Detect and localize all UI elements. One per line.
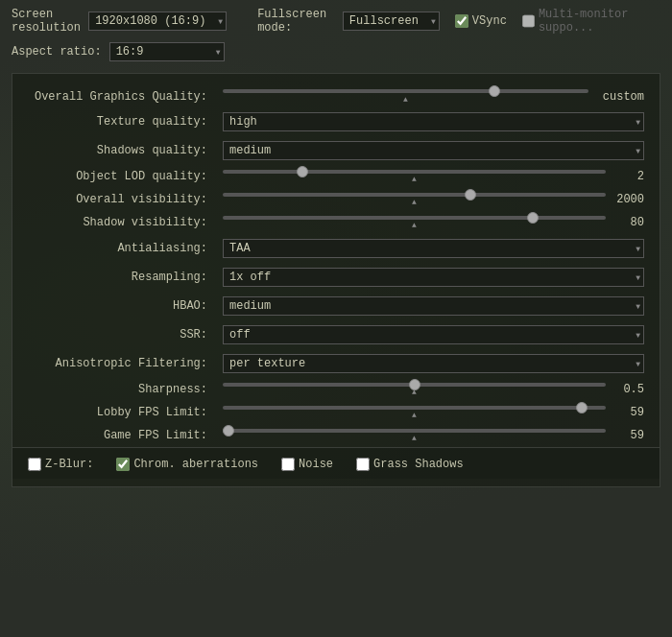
setting-row: Sharpness:▲0.5 [12,378,660,401]
setting-control-4: ▲80 [223,216,644,229]
setting-row: Object LOD quality:▲2 [12,165,660,188]
setting-label-9: Anisotropic Filtering: [28,357,215,370]
fullscreen-group: Fullscreen mode: Fullscreen Windowed Bor… [257,8,440,35]
setting-control-0: lowmediumhighultra [223,112,644,131]
top-row: Screen resolution 1920x1080 (16:9) 2560x… [12,8,660,35]
multi-monitor-checkbox[interactable] [522,14,535,28]
bottom-checkbox-label-1[interactable]: Chrom. aberrations [133,458,258,471]
slider-arrow-11: ▲ [223,412,606,419]
slider-value-3: 2000 [606,193,644,206]
slider-value-2: 2 [606,170,644,183]
setting-label-3: Overall visibility: [28,193,215,206]
slider-arrow-3: ▲ [223,199,606,206]
setting-row: SSR:offlowmediumhigh [12,320,660,349]
vsync-checkbox[interactable] [455,14,468,28]
bottom-checkbox-group-2[interactable]: Noise [281,458,333,471]
aspect-ratio-label: Aspect ratio: [12,45,102,59]
select-wrapper-5[interactable]: offFXAATAADLSS [223,239,644,258]
bottom-checkbox-2[interactable] [281,458,295,471]
overall-quality-row: Overall Graphics Quality: ▲ custom [28,89,644,104]
slider-arrow-4: ▲ [223,222,606,229]
select-wrapper-7[interactable]: offlowmediumhigh [223,296,644,316]
bottom-checkbox-0[interactable] [28,458,41,471]
setting-control-6: 1x off2x4x [223,268,644,287]
setting-label-1: Shadows quality: [28,144,215,157]
slider-input-2[interactable] [223,170,606,174]
overall-quality-label: Overall Graphics Quality: [28,90,215,104]
bottom-checkbox-label-3[interactable]: Grass Shadows [373,458,464,471]
aspect-ratio-select[interactable]: 16:9 4:3 21:9 [109,42,225,61]
bottom-checkboxes-row: Z-Blur:Chrom. aberrationsNoiseGrass Shad… [12,447,660,479]
slider-arrow-10: ▲ [223,389,606,396]
setting-row: Game FPS Limit:▲59 [12,424,660,447]
setting-label-6: Resampling: [28,271,215,284]
bottom-checkbox-group-1[interactable]: Chrom. aberrations [116,458,258,471]
fullscreen-mode-wrapper[interactable]: Fullscreen Windowed Borderless [343,12,440,31]
slider-value-10: 0.5 [606,383,644,396]
resolution-group: Screen resolution 1920x1080 (16:9) 2560x… [12,8,227,35]
select-wrapper-0[interactable]: lowmediumhighultra [223,112,644,131]
screen-resolution-select[interactable]: 1920x1080 (16:9) 2560x1440 (16:9) 3840x2… [88,12,227,31]
settings-area: Overall Graphics Quality: ▲ custom Textu… [12,73,660,487]
select-wrapper-1[interactable]: lowmediumhighultra [223,141,644,160]
slider-container-4: ▲ [223,216,606,229]
fullscreen-mode-select[interactable]: Fullscreen Windowed Borderless [343,12,440,31]
select-wrapper-6[interactable]: 1x off2x4x [223,268,644,287]
bottom-checkbox-group-3[interactable]: Grass Shadows [356,458,464,471]
slider-input-10[interactable] [223,383,606,387]
setting-label-11: Lobby FPS Limit: [28,406,215,419]
multi-monitor-label: Multi-monitor suppo... [539,8,660,35]
overall-quality-slider-wrap: ▲ [223,89,588,104]
select-5[interactable]: offFXAATAADLSS [223,239,644,258]
select-wrapper-8[interactable]: offlowmediumhigh [223,325,644,344]
slider-input-3[interactable] [223,193,606,197]
select-7[interactable]: offlowmediumhigh [223,296,644,316]
slider-container-2: ▲ [223,170,606,183]
fullscreen-mode-label: Fullscreen mode: [257,8,327,35]
setting-row: Anisotropic Filtering:offper texture2x4x… [12,349,660,378]
setting-label-5: Antialiasing: [28,242,215,255]
slider-input-11[interactable] [223,406,606,410]
setting-row: Resampling:1x off2x4x [12,263,660,292]
settings-list: Texture quality:lowmediumhighultraShadow… [12,107,660,447]
setting-label-4: Shadow visibility: [28,216,215,229]
bottom-checkbox-1[interactable] [116,458,130,471]
setting-control-10: ▲0.5 [223,383,644,396]
slider-container-3: ▲ [223,193,606,206]
slider-input-12[interactable] [223,429,606,433]
slider-input-4[interactable] [223,216,606,220]
setting-control-9: offper texture2x4x8x16x [223,354,644,373]
bottom-checkbox-group-0[interactable]: Z-Blur: [28,458,93,471]
vsync-label[interactable]: VSync [472,14,507,28]
setting-label-0: Texture quality: [28,115,215,129]
bottom-checkbox-label-0[interactable]: Z-Blur: [45,458,93,471]
setting-control-5: offFXAATAADLSS [223,239,644,258]
slider-container-11: ▲ [223,406,606,419]
screen-resolution-wrapper[interactable]: 1920x1080 (16:9) 2560x1440 (16:9) 3840x2… [88,12,227,31]
setting-row: Shadows quality:lowmediumhighultra [12,136,660,165]
aspect-ratio-row: Aspect ratio: 16:9 4:3 21:9 [12,42,660,61]
setting-label-2: Object LOD quality: [28,170,215,183]
bottom-checkbox-3[interactable] [356,458,370,471]
select-8[interactable]: offlowmediumhigh [223,325,644,344]
setting-row: Overall visibility:▲2000 [12,188,660,211]
aspect-ratio-wrapper[interactable]: 16:9 4:3 21:9 [109,42,225,61]
setting-row: Texture quality:lowmediumhighultra [12,107,660,136]
setting-label-12: Game FPS Limit: [28,429,215,442]
select-1[interactable]: lowmediumhighultra [223,141,644,160]
select-0[interactable]: lowmediumhighultra [223,112,644,131]
setting-control-1: lowmediumhighultra [223,141,644,160]
vsync-checkbox-group[interactable]: VSync [455,14,507,28]
select-6[interactable]: 1x off2x4x [223,268,644,287]
setting-control-7: offlowmediumhigh [223,296,644,316]
bottom-checkbox-label-2[interactable]: Noise [299,458,333,471]
multi-monitor-group: Multi-monitor suppo... [522,8,660,35]
screen-resolution-label: Screen resolution [12,8,81,35]
slider-value-11: 59 [606,406,644,419]
slider-container-12: ▲ [223,429,606,442]
select-9[interactable]: offper texture2x4x8x16x [223,354,644,373]
select-wrapper-9[interactable]: offper texture2x4x8x16x [223,354,644,373]
settings-container: Screen resolution 1920x1080 (16:9) 2560x… [0,0,672,495]
setting-label-10: Sharpness: [28,383,215,396]
setting-control-12: ▲59 [223,429,644,442]
